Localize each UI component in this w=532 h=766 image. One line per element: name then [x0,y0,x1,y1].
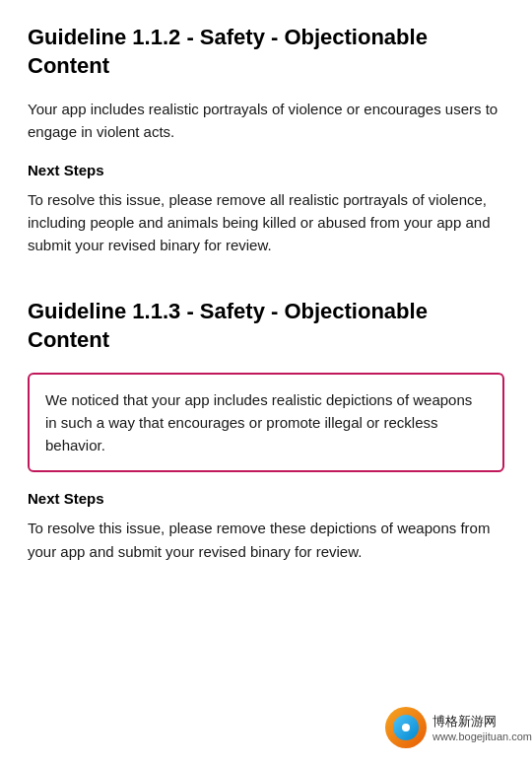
watermark-logo-inner [393,715,419,740]
watermark-logo-dot [402,724,410,731]
guideline-1-1-3-highlighted-body: We noticed that your app includes realis… [45,388,487,457]
highlighted-content-box: We noticed that your app includes realis… [28,373,504,473]
watermark-site-url: www.bogejituan.com [432,731,532,742]
guideline-1-1-2-next-steps-label: Next Steps [28,162,504,178]
guideline-1-1-2-next-steps-body: To resolve this issue, please remove all… [28,188,504,257]
section-divider [28,274,504,298]
watermark-text-block: 博格新游网 www.bogejituan.com [432,713,532,742]
watermark-site-name: 博格新游网 [432,713,497,731]
page-content: Guideline 1.1.2 - Safety - Objectionable… [0,0,532,660]
watermark-logo-icon [385,707,427,748]
guideline-1-1-2-body: Your app includes realistic portrayals o… [28,98,504,144]
guideline-1-1-3-title: Guideline 1.1.3 - Safety - Objectionable… [28,298,504,354]
guideline-1-1-3-next-steps-label: Next Steps [28,490,504,507]
guideline-1-1-2-title: Guideline 1.1.2 - Safety - Objectionable… [28,24,504,80]
guideline-section-2: Guideline 1.1.3 - Safety - Objectionable… [28,298,504,562]
watermark: 博格新游网 www.bogejituan.com [385,707,532,748]
guideline-1-1-3-next-steps-body: To resolve this issue, please remove the… [28,517,504,563]
guideline-section-1: Guideline 1.1.2 - Safety - Objectionable… [28,24,504,256]
